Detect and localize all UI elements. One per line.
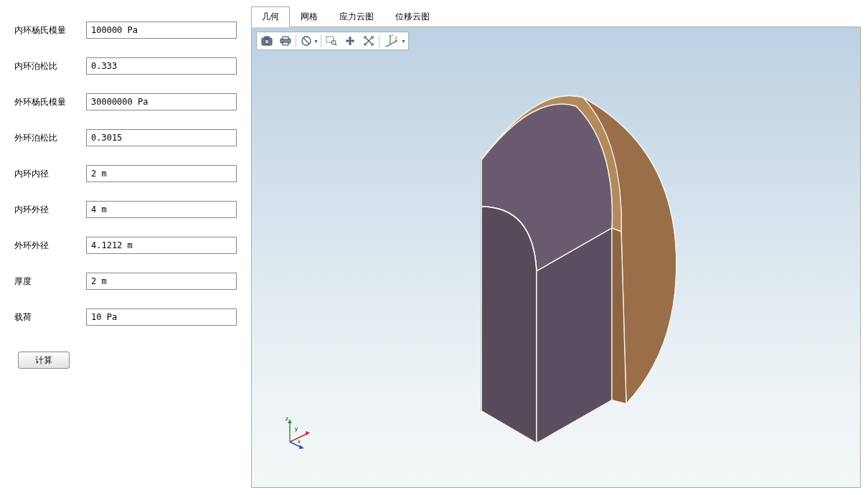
field-label: 内环内径 [14,168,86,180]
field-outer-young-modulus: 外环杨氏模量 [14,93,237,110]
geometry-model [440,77,698,452]
field-input[interactable] [86,57,237,75]
toolbar-separator [296,34,296,47]
field-label: 内环杨氏模量 [14,24,86,37]
field-label: 厚度 [14,275,86,288]
svg-rect-8 [326,37,334,42]
print-button[interactable] [276,33,295,49]
tab-mesh[interactable]: 网格 [290,6,329,27]
field-input[interactable] [86,237,237,254]
tab-geometry[interactable]: 几何 [251,6,290,27]
field-input[interactable] [86,165,237,182]
axes-orientation-icon: yz [385,34,399,47]
axis-triad: z y x [279,413,315,451]
field-input[interactable] [86,129,237,146]
field-inner-inner-radius: 内环内径 [14,165,237,182]
field-outer-poisson: 外环泊松比 [14,129,237,146]
svg-point-2 [265,39,269,44]
zoom-window-icon [326,36,337,46]
parameter-panel: 内环杨氏模量 内环泊松比 外环杨氏模量 外环泊松比 内环内径 内环外径 外环外径… [0,0,251,495]
field-inner-poisson: 内环泊松比 [14,57,237,75]
svg-rect-5 [283,42,288,45]
tab-stress[interactable]: 应力云图 [329,6,385,27]
svg-marker-34 [299,445,304,449]
viewer-tabs: 几何 网格 应力云图 位移云图 [251,6,861,27]
field-inner-young-modulus: 内环杨氏模量 [14,22,237,39]
svg-rect-1 [265,37,269,39]
svg-text:y: y [395,35,397,39]
svg-line-10 [335,44,336,45]
zoom-window-button[interactable] [322,33,341,49]
orientation-button[interactable]: yz [380,33,403,49]
viewport-3d[interactable]: ▼ yz ▼ [251,27,861,488]
field-input[interactable] [86,273,237,290]
toolbar-separator [379,34,379,47]
field-label: 内环泊松比 [14,60,86,72]
field-input[interactable] [86,201,237,218]
camera-icon [261,36,273,46]
calculate-button[interactable]: 计算 [18,352,70,369]
snapshot-button[interactable] [258,33,276,49]
field-label: 外环外径 [14,240,86,252]
tab-displacement[interactable]: 位移云图 [385,6,440,27]
svg-rect-4 [283,37,288,39]
fit-view-button[interactable] [359,33,378,49]
dropdown-arrow-icon[interactable]: ▼ [401,39,406,44]
svg-text:x: x [298,438,301,445]
field-label: 外环泊松比 [14,132,86,144]
dropdown-arrow-icon[interactable]: ▼ [313,39,319,44]
field-thickness: 厚度 [14,273,237,290]
field-input[interactable] [86,93,237,110]
field-input[interactable] [86,308,237,326]
field-label: 内环外径 [14,204,86,216]
field-label: 载荷 [14,311,86,324]
svg-text:z: z [392,34,394,37]
field-label: 外环杨氏模量 [14,96,86,108]
viewport-toolbar: ▼ yz ▼ [256,32,409,50]
svg-marker-31 [306,431,310,435]
pan-icon [345,36,355,46]
svg-marker-17 [395,40,397,42]
field-inner-outer-radius: 内环外径 [14,201,237,218]
toolbar-separator [321,34,321,47]
svg-text:y: y [295,425,298,432]
printer-icon [280,36,291,46]
field-input[interactable] [86,22,237,39]
field-outer-outer-radius: 外环外径 [14,237,237,254]
svg-line-15 [386,44,390,47]
field-load: 载荷 [14,308,237,326]
fit-view-icon [364,36,374,46]
svg-text:z: z [286,415,288,422]
pan-button[interactable] [341,33,359,49]
svg-line-7 [303,38,309,44]
no-entry-icon [301,36,311,46]
viewer-panel: 几何 网格 应力云图 位移云图 ▼ [251,0,868,495]
